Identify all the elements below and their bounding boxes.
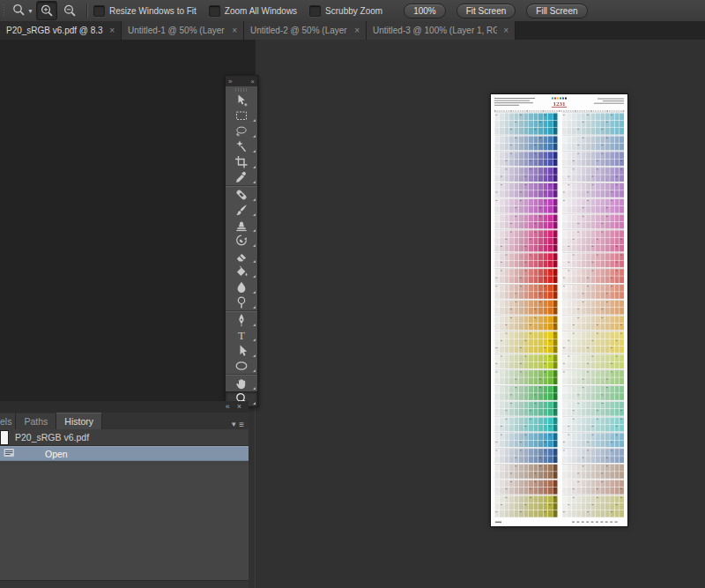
panel-edge-line xyxy=(255,403,256,588)
move-tool[interactable] xyxy=(226,93,257,108)
brush-tool[interactable] xyxy=(226,203,257,219)
zoom-out-button[interactable] xyxy=(60,2,79,19)
blur-tool[interactable] xyxy=(226,279,257,295)
type-tool[interactable]: T xyxy=(226,328,257,344)
100-button[interactable]: 100% xyxy=(404,4,446,19)
marquee-tool[interactable] xyxy=(226,108,257,124)
zoom-tool-icon xyxy=(11,3,26,19)
checkbox-label: Zoom All Windows xyxy=(225,6,297,16)
tool-preset-picker[interactable]: ▼ xyxy=(11,3,33,19)
path-selection-tool[interactable] xyxy=(226,343,257,359)
history-items: Open xyxy=(0,446,249,461)
flyout-indicator xyxy=(253,244,256,247)
flyout-indicator xyxy=(253,166,256,168)
document-tab-1[interactable]: P20_sRGB v6.pdf @ 8.33% (RGB/8)× xyxy=(0,21,122,40)
flyout-indicator xyxy=(253,275,256,278)
collapse-panel-icon[interactable]: « xyxy=(226,403,230,411)
panel-menu-icon[interactable]: ▼≡ xyxy=(230,420,244,429)
checkbox-box[interactable] xyxy=(209,5,220,17)
history-panel-empty-area xyxy=(0,464,249,581)
flyout-indicator xyxy=(253,324,256,326)
history-snapshot-row[interactable]: P20_sRGB v6.pdf xyxy=(0,429,249,446)
options-button-group: 100%Fit ScreenFill Screen xyxy=(404,4,597,19)
flyout-indicator xyxy=(253,229,256,232)
chevron-down-icon: ▼ xyxy=(27,8,33,14)
tab-label: Untitled-1 @ 50% (Layer 1, RGB/8) * xyxy=(128,26,226,35)
tools-panel-grip[interactable] xyxy=(226,86,257,93)
magic-wand-tool[interactable] xyxy=(226,139,257,155)
history-state-row[interactable]: Open xyxy=(0,446,249,461)
document-tab-bar: P20_sRGB v6.pdf @ 8.33% (RGB/8)×Untitled… xyxy=(0,21,705,40)
flyout-indicator xyxy=(253,260,256,263)
flyout-indicator xyxy=(253,369,256,372)
collapse-panel-icon[interactable]: » xyxy=(228,78,232,86)
lasso-tool[interactable] xyxy=(226,123,257,139)
checkbox-box[interactable] xyxy=(309,5,321,17)
tab-close-icon[interactable]: × xyxy=(232,26,237,35)
close-panel-icon[interactable]: × xyxy=(250,78,255,86)
flyout-indicator xyxy=(253,387,256,390)
snapshot-thumbnail xyxy=(0,430,9,445)
healing-brush-tool[interactable] xyxy=(226,187,257,203)
flyout-indicator xyxy=(253,354,256,357)
photoshop-window: ▼ Resize Windows to FitZoom All WindowsS… xyxy=(0,0,705,588)
checkbox-label: Scrubby Zoom xyxy=(325,6,382,16)
clone-stamp-tool[interactable] xyxy=(226,218,257,234)
tool-options-bar: ▼ Resize Windows to FitZoom All WindowsS… xyxy=(0,0,705,22)
dodge-tool[interactable] xyxy=(226,295,257,311)
history-panel-tabs: elsPathsHistory▼≡ xyxy=(0,413,249,429)
tools-list: T xyxy=(226,93,257,406)
eyedropper-tool[interactable] xyxy=(226,170,257,186)
shape-tool[interactable] xyxy=(226,359,257,375)
history-state-label: Open xyxy=(45,449,68,459)
history-brush-tool[interactable] xyxy=(226,234,257,249)
flyout-indicator xyxy=(253,135,256,138)
checkbox-scrubby-zoom[interactable]: Scrubby Zoom xyxy=(309,5,382,17)
tab-label: Untitled-2 @ 50% (Layer 1, RGB/8) * xyxy=(250,26,348,35)
checkbox-resize-windows-to-fit[interactable]: Resize Windows to Fit xyxy=(93,5,197,17)
history-panel-header: « × xyxy=(0,401,249,413)
checkbox-box[interactable] xyxy=(93,5,105,17)
tab-close-icon[interactable]: × xyxy=(503,26,508,35)
tab-label: P20_sRGB v6.pdf @ 8.33% (RGB/8) xyxy=(6,26,103,35)
flyout-indicator xyxy=(253,213,256,216)
tab-label: Untitled-3 @ 100% (Layer 1, RGB/8) * xyxy=(373,26,497,35)
panel-tab-history[interactable]: History xyxy=(56,413,102,429)
fitscreen-button[interactable]: Fit Screen xyxy=(456,4,516,19)
flyout-indicator xyxy=(253,291,256,294)
hand-tool[interactable] xyxy=(226,376,257,391)
close-panel-icon[interactable]: × xyxy=(237,403,241,411)
panel-tab-els[interactable]: els xyxy=(0,413,16,429)
document-tab-2[interactable]: Untitled-1 @ 50% (Layer 1, RGB/8) *× xyxy=(122,21,244,40)
panel-tab-paths[interactable]: Paths xyxy=(16,413,56,429)
zoom-in-button[interactable] xyxy=(36,1,57,20)
options-grip[interactable] xyxy=(3,4,6,18)
tab-close-icon[interactable]: × xyxy=(354,26,360,35)
history-state-icon xyxy=(3,446,17,462)
flyout-indicator xyxy=(253,119,256,122)
fillscreen-button[interactable]: Fill Screen xyxy=(526,4,587,19)
flyout-indicator xyxy=(253,402,256,405)
checkbox-zoom-all-windows[interactable]: Zoom All Windows xyxy=(209,5,297,17)
options-checkbox-group: Resize Windows to FitZoom All WindowsScr… xyxy=(93,5,395,17)
gradient-tool[interactable] xyxy=(226,264,257,280)
pen-tool[interactable] xyxy=(226,312,257,328)
eraser-tool[interactable] xyxy=(226,249,257,264)
svg-text:T: T xyxy=(238,329,245,342)
tools-panel: » × T xyxy=(225,75,258,407)
crop-tool[interactable] xyxy=(226,154,257,170)
history-panel: « × elsPathsHistory▼≡ P20_sRGB v6.pdf Op… xyxy=(0,401,249,588)
options-divider xyxy=(86,4,88,18)
flyout-indicator xyxy=(253,150,256,153)
tab-close-icon[interactable]: × xyxy=(109,26,115,35)
tools-panel-header: » × xyxy=(226,76,257,86)
document-canvas[interactable] xyxy=(491,94,627,526)
snapshot-label: P20_sRGB v6.pdf xyxy=(15,432,89,443)
pasteboard-dark-region xyxy=(0,40,256,403)
checkbox-label: Resize Windows to Fit xyxy=(109,6,197,16)
flyout-indicator xyxy=(253,306,256,309)
flyout-indicator xyxy=(253,198,256,201)
document-tab-3[interactable]: Untitled-2 @ 50% (Layer 1, RGB/8) *× xyxy=(244,21,367,40)
document-tab-4[interactable]: Untitled-3 @ 100% (Layer 1, RGB/8) *× xyxy=(367,21,516,40)
flyout-indicator xyxy=(253,339,256,341)
